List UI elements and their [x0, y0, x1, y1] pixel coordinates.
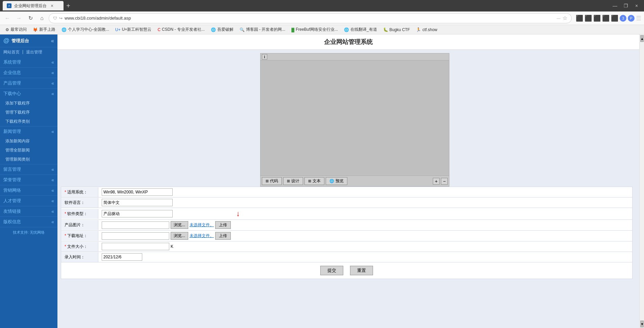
- redirect-icon: ↪: [59, 16, 63, 21]
- sidebar-section-honor-header[interactable]: 荣誉管理 «: [0, 175, 57, 185]
- bookmark-csdn[interactable]: C CSDN - 专业开发者社...: [155, 26, 207, 33]
- editor-text-button[interactable]: ⊞ 文本: [304, 177, 324, 185]
- type-input[interactable]: [102, 210, 173, 217]
- image-browse-button[interactable]: 浏览...: [171, 221, 188, 229]
- scroll-down-arrow[interactable]: ▼: [640, 321, 644, 327]
- type-label: * 软件类型：: [61, 209, 98, 219]
- sidebar-section-comment: 留言管理 «: [0, 164, 57, 175]
- rich-text-editor[interactable]: i ⊞ 代码 ⊞: [260, 53, 449, 187]
- bookmark-ctfshow[interactable]: 🏃 ctf.show: [413, 27, 440, 33]
- browser-tab[interactable]: A 企业网站管理后台 ×: [3, 1, 64, 10]
- system-input[interactable]: [102, 188, 173, 196]
- minimize-button[interactable]: —: [610, 1, 620, 10]
- download-field-cell: 浏览... 未选择文件。 上传: [98, 231, 632, 241]
- refresh-button[interactable]: ↻: [26, 14, 35, 23]
- history-icon: ⬛: [585, 15, 592, 22]
- time-field-cell: [98, 252, 632, 262]
- sidebar-section-marketing-header[interactable]: 营销网络 «: [0, 185, 57, 195]
- bookmark-youdao[interactable]: 🌐 在线翻译_有道: [341, 26, 380, 33]
- sidebar-section-system-title: 系统管理: [3, 59, 21, 65]
- sidebar-section-copyright-header[interactable]: 版权信息 «: [0, 217, 57, 227]
- image-upload-button[interactable]: 上传: [215, 221, 231, 229]
- editor-expand-button[interactable]: +: [433, 178, 440, 185]
- sidebar-section-system-header[interactable]: 系统管理 «: [0, 57, 57, 67]
- sidebar-item-add-news[interactable]: 添加新闻内容: [0, 137, 57, 146]
- sidebar-item-manage-download[interactable]: 管理下载程序: [0, 108, 57, 117]
- firefox-icon: 🦊: [33, 27, 38, 32]
- sidebar-section-enterprise-header[interactable]: 企业信息 «: [0, 68, 57, 78]
- plugin2-icon: 3: [620, 15, 626, 22]
- sidebar-section-links: 友情链接 «: [0, 206, 57, 217]
- editor-toolbar: ⊞ 代码 ⊞ 设计 ⊞ 文本: [261, 175, 449, 186]
- bookmark-label: 最常访问: [10, 27, 27, 32]
- size-label: * 文件大小：: [61, 242, 98, 252]
- menu-icon[interactable]: ☰: [636, 15, 641, 22]
- more-options-icon[interactable]: ···: [556, 16, 561, 21]
- editor-design-button[interactable]: ⊞ 设计: [283, 177, 303, 185]
- chevron-down-icon-3: «: [51, 80, 54, 86]
- bookmark-label: 博客园 - 开发者的网...: [246, 27, 286, 32]
- time-input[interactable]: [102, 253, 142, 261]
- home-link[interactable]: 网站首页: [3, 49, 20, 55]
- bookmark-bugku[interactable]: 🐛 Bugku CTF: [380, 27, 413, 33]
- bookmark-newbie[interactable]: 🦊 新手上路: [30, 26, 58, 33]
- editor-shrink-button[interactable]: −: [441, 178, 448, 185]
- submit-button[interactable]: 提交: [320, 266, 343, 275]
- type-field-cell: ↓: [98, 208, 632, 219]
- sidebar-nav: 网站首页 | 退出管理: [0, 47, 57, 57]
- sidebar-section-honor: 荣誉管理 «: [0, 175, 57, 185]
- scrollbar[interactable]: ▲ ▼: [639, 34, 644, 328]
- design-icon: ⊞: [287, 179, 290, 183]
- sidebar-collapse-icon[interactable]: «: [51, 38, 54, 44]
- bookmark-label: 吾爱破解: [217, 27, 233, 32]
- page-title: 企业网站管理系统: [57, 34, 639, 50]
- editor-content-area[interactable]: [261, 61, 449, 175]
- image-file-name[interactable]: 未选择文件。: [190, 222, 214, 228]
- sidebar-item-news-category[interactable]: 管理新闻类别: [0, 155, 57, 164]
- download-upload-button[interactable]: 上传: [215, 232, 231, 240]
- download-browse-button[interactable]: 浏览...: [171, 232, 188, 240]
- size-unit: K: [171, 244, 173, 249]
- sidebar-section-news-header[interactable]: 新闻管理 «: [0, 126, 57, 137]
- sidebar-section-download-header[interactable]: 下载中心 «: [0, 89, 57, 99]
- new-tab-button[interactable]: +: [64, 1, 73, 10]
- bookmark-freebuf[interactable]: ▓ FreeBuf网络安全行业...: [289, 26, 340, 33]
- size-input[interactable]: [102, 243, 169, 250]
- download-path-input[interactable]: [102, 232, 169, 240]
- bookmark-learning[interactable]: 🌐 个人学习中心-全国教...: [59, 26, 112, 33]
- bookmark-label: CSDN - 专业开发者社...: [162, 27, 205, 32]
- editor-preview-label: 预览: [336, 178, 344, 184]
- scroll-up-arrow[interactable]: ▲: [640, 35, 644, 42]
- bookmark-cnblogs[interactable]: 🔍 博客园 - 开发者的网...: [237, 26, 288, 33]
- home-button[interactable]: ⌂: [37, 14, 47, 23]
- logout-link[interactable]: 退出管理: [26, 49, 42, 55]
- bookmark-label: FreeBuf网络安全行业...: [296, 27, 338, 32]
- url-input[interactable]: [65, 16, 554, 21]
- sidebar-item-all-news[interactable]: 管理全部新闻: [0, 146, 57, 155]
- image-path-input[interactable]: [102, 221, 169, 229]
- lang-input[interactable]: [102, 199, 173, 206]
- security-icon: 🛡: [53, 16, 57, 21]
- bookmark-uplus[interactable]: U+ U+新工科智慧云: [113, 26, 154, 33]
- sidebar-section-product-header[interactable]: 产品管理 «: [0, 78, 57, 88]
- bookmark-icon[interactable]: ☆: [563, 15, 567, 21]
- bookmark-frequent[interactable]: ⚙ 最常访问: [3, 26, 29, 33]
- download-file-name[interactable]: 未选择文件。: [190, 233, 214, 239]
- editor-code-button[interactable]: ⊞ 代码: [262, 177, 282, 185]
- image-label: 产品图片：: [61, 220, 98, 230]
- sidebar-section-talent-header[interactable]: 人才管理 «: [0, 196, 57, 206]
- chevron-icon-honor: «: [51, 177, 54, 183]
- tab-close-button[interactable]: ×: [49, 3, 55, 8]
- forward-button[interactable]: →: [14, 14, 24, 23]
- sidebar-item-download-category[interactable]: 下载程序类别: [0, 117, 57, 126]
- reset-button[interactable]: 重置: [350, 266, 373, 275]
- sidebar-section-links-header[interactable]: 友情链接 «: [0, 206, 57, 216]
- restore-button[interactable]: ❐: [621, 1, 630, 10]
- bookmark-52pojie[interactable]: 🌐 吾爱破解: [208, 26, 236, 33]
- address-bar[interactable]: 🛡 ↪ ··· ☆: [49, 13, 572, 23]
- close-button[interactable]: ×: [632, 1, 641, 10]
- editor-preview-button[interactable]: 🌐 预览: [326, 177, 347, 185]
- back-button[interactable]: ←: [3, 14, 12, 23]
- sidebar-item-add-download[interactable]: 添加下载程序: [0, 99, 57, 108]
- sidebar-section-comment-header[interactable]: 留言管理 «: [0, 164, 57, 174]
